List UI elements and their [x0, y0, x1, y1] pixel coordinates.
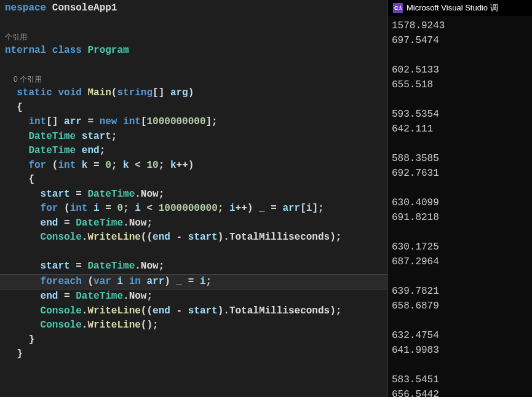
- keyword: class: [52, 45, 82, 56]
- type: int: [123, 116, 141, 127]
- variable: i: [229, 203, 236, 214]
- property: Now: [129, 218, 147, 229]
- property: Now: [141, 261, 159, 272]
- code-line[interactable]: {: [0, 101, 387, 116]
- variable: arr: [64, 116, 82, 127]
- code-line[interactable]: start = DateTime.Now;: [0, 187, 387, 202]
- variable: i: [200, 276, 206, 287]
- code-line-blank[interactable]: [0, 245, 387, 260]
- code-line[interactable]: DateTime start;: [0, 130, 387, 144]
- code-line-blank[interactable]: [0, 16, 387, 31]
- keyword: for: [41, 203, 58, 214]
- property: Now: [129, 291, 147, 302]
- code-line[interactable]: }: [0, 333, 387, 348]
- method: WriteLine: [87, 232, 140, 243]
- code-line[interactable]: end = DateTime.Now;: [0, 289, 387, 304]
- property: TotalMilliseconds: [229, 232, 330, 243]
- variable: k: [123, 160, 129, 171]
- debug-output-pane: C:\ Microsoft Visual Studio 调 1578.9243 …: [387, 0, 532, 397]
- variable: k: [170, 160, 177, 171]
- number: 0: [117, 203, 123, 214]
- codelens-references[interactable]: 0 个引用: [0, 73, 387, 86]
- method-name: Main: [87, 87, 111, 98]
- class: Console: [41, 232, 82, 243]
- keyword: for: [28, 160, 46, 171]
- type: DateTime: [28, 145, 76, 156]
- keyword: void: [58, 87, 81, 98]
- type: DateTime: [87, 189, 135, 200]
- parameter: arg: [170, 87, 188, 98]
- code-editor-pane[interactable]: nespace ConsoleApp1 个引用 nternal class Pr…: [0, 0, 387, 397]
- code-line-highlighted[interactable]: foreach (var i in arr) _ = i;: [0, 274, 387, 290]
- variable: end: [153, 232, 170, 243]
- code-line[interactable]: }: [0, 347, 387, 362]
- class: Console: [41, 305, 82, 316]
- code-line[interactable]: end = DateTime.Now;: [0, 216, 387, 231]
- number: 0: [105, 160, 111, 171]
- keyword: var: [93, 276, 111, 287]
- output-title: Microsoft Visual Studio 调: [407, 2, 498, 14]
- variable: i: [117, 276, 123, 287]
- type: DateTime: [87, 261, 135, 272]
- output-content[interactable]: 1578.9243 697.5474 602.5133 655.518 593.…: [388, 16, 532, 397]
- keyword: nespace: [5, 2, 46, 14]
- keyword: foreach: [41, 276, 82, 287]
- class: Console: [41, 320, 82, 331]
- type: DateTime: [28, 131, 76, 142]
- codelens-references[interactable]: 个引用: [0, 30, 387, 44]
- type: DateTime: [76, 218, 123, 229]
- code-line[interactable]: for (int k = 0; k < 10; k++): [0, 159, 387, 173]
- property: TotalMilliseconds: [229, 305, 330, 316]
- number: 1000000000: [159, 203, 218, 214]
- code-line[interactable]: nternal class Program: [0, 44, 387, 58]
- code-line[interactable]: nespace ConsoleApp1: [0, 1, 387, 16]
- code-line[interactable]: Console.WriteLine((end - start).TotalMil…: [0, 230, 387, 245]
- discard: _: [177, 276, 183, 287]
- variable: start: [41, 189, 70, 200]
- number: 1000000000: [147, 116, 206, 127]
- property: Now: [141, 189, 159, 200]
- keyword: static: [17, 87, 52, 98]
- variable: i: [93, 203, 100, 214]
- variable: i: [306, 203, 312, 214]
- variable: end: [41, 291, 58, 302]
- namespace-name: ConsoleApp1: [52, 2, 117, 14]
- variable: start: [41, 261, 70, 272]
- discard: _: [259, 203, 265, 214]
- code-line-blank[interactable]: [0, 58, 387, 73]
- code-line[interactable]: DateTime end;: [0, 144, 387, 159]
- code-line[interactable]: int[] arr = new int[1000000000];: [0, 115, 387, 130]
- code-line[interactable]: Console.WriteLine((end - start).TotalMil…: [0, 304, 387, 319]
- variable: start: [188, 232, 218, 243]
- variable: arr: [282, 203, 300, 214]
- variable: start: [188, 305, 218, 316]
- type: int: [28, 116, 46, 127]
- type: string: [117, 87, 153, 98]
- type: DateTime: [76, 291, 123, 302]
- method: WriteLine: [87, 320, 140, 331]
- keyword: nternal: [5, 45, 46, 56]
- type: int: [70, 203, 88, 214]
- code-line[interactable]: {: [0, 173, 387, 187]
- vs-icon: C:\: [393, 3, 403, 13]
- type: int: [58, 160, 76, 171]
- variable: end: [153, 305, 170, 316]
- keyword: in: [129, 276, 141, 287]
- variable: i: [135, 203, 141, 214]
- code-line[interactable]: for (int i = 0; i < 1000000000; i++) _ =…: [0, 202, 387, 216]
- code-line[interactable]: start = DateTime.Now;: [0, 259, 387, 274]
- keyword: new: [100, 116, 117, 127]
- output-title-bar[interactable]: C:\ Microsoft Visual Studio 调: [388, 0, 532, 16]
- class-name: Program: [87, 45, 129, 56]
- variable: end: [41, 218, 58, 229]
- code-line[interactable]: Console.WriteLine();: [0, 318, 387, 333]
- code-line[interactable]: static void Main(string[] arg): [0, 86, 387, 101]
- variable: start: [82, 131, 111, 142]
- variable: arr: [147, 276, 165, 287]
- variable: end: [82, 145, 100, 156]
- method: WriteLine: [87, 305, 140, 316]
- number: 10: [147, 160, 159, 171]
